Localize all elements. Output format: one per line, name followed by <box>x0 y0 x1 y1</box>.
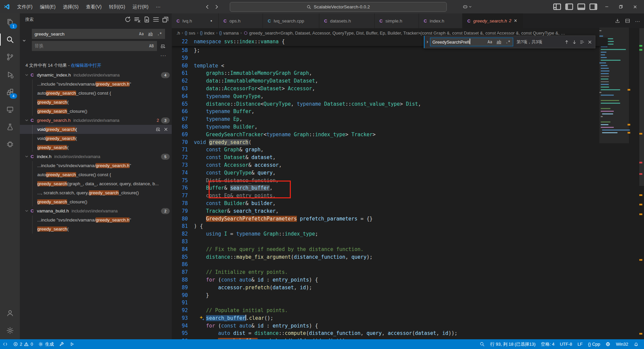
tab-index-h[interactable]: Cindex.h <box>419 13 463 28</box>
activity-item-explorer[interactable]: 1 <box>0 13 20 31</box>
code-line[interactable]: 63 data::AccessorFor<Dataset> Accessor, <box>172 85 644 93</box>
toggle-primary-sidebar-icon[interactable] <box>564 2 574 12</box>
clear-search-results-icon[interactable] <box>133 16 141 23</box>
dismiss-match-icon[interactable] <box>163 127 168 132</box>
file-result-row[interactable]: Cgreedy_search.hinclude\svs\index\vamana… <box>20 116 172 125</box>
status-cmake-build[interactable]: 生成 <box>36 339 56 349</box>
match-row[interactable]: ..., scratch.scratch, query, greedy_sear… <box>20 188 172 197</box>
tab-greedy_search-h[interactable]: Cgreedy_search.h2× <box>463 13 523 28</box>
code-line[interactable]: 76 Buffer& search_buffer, <box>172 184 644 192</box>
minimap[interactable] <box>599 30 629 339</box>
code-line[interactable]: 85 distance::maybe_fix_argument(distance… <box>172 253 644 261</box>
code-line[interactable]: 89 accessor.prefetch(dataset, id); <box>172 284 644 292</box>
minimize-button[interactable] <box>601 0 612 13</box>
refresh-icon[interactable] <box>124 16 131 23</box>
status-cpp-configuration[interactable]: Win32 <box>613 339 631 349</box>
status-remote-indicator[interactable] <box>0 339 10 349</box>
replace-match-icon[interactable] <box>156 127 161 132</box>
navigate-back-icon[interactable] <box>205 4 210 10</box>
match-row[interactable]: void greedy_search( <box>20 125 172 134</box>
menu-s[interactable]: 选择(S) <box>59 2 83 11</box>
preserve-case-toggle[interactable]: AB <box>147 43 156 50</box>
code-line[interactable]: 77 const Ep& entry_points, <box>172 192 644 200</box>
status-problems[interactable]: 20 <box>10 339 36 349</box>
menu-v[interactable]: 查看(V) <box>82 2 105 11</box>
file-result-row[interactable]: Cdynamic_index.hinclude\svs\index\vamana… <box>20 70 172 80</box>
code-line[interactable]: 67 typename Ep, <box>172 115 644 123</box>
find-input[interactable]: GreedySearchPrefi Aaab.* <box>430 38 513 46</box>
match-row[interactable]: auto greedy_search_closure() const { <box>20 170 172 179</box>
code-editor[interactable]: 22namespace svs::index::vamana { 58};596… <box>172 38 644 339</box>
chevron-down-icon[interactable] <box>24 209 29 213</box>
breadcrumb-item[interactable]: index <box>204 31 214 36</box>
file-result-row[interactable]: Cvamana_build.hinclude\svs\index\vamana2 <box>20 206 172 215</box>
match-row[interactable]: greedy_search( <box>20 98 172 107</box>
breadcrumb-item[interactable]: greedy_search<Graph, Dataset, Accessor, … <box>249 31 565 36</box>
code-line[interactable]: 93 search_buffer.clear(); <box>172 314 644 322</box>
find-widget-expand-icon[interactable] <box>424 36 430 48</box>
tab-lvq-h[interactable]: Clvq.h● <box>172 13 219 28</box>
status-cpp-extension[interactable] <box>603 339 613 349</box>
menu-g[interactable]: 转到(G) <box>105 2 129 11</box>
view-as-list-icon[interactable] <box>152 16 160 23</box>
chevron-down-icon[interactable] <box>24 154 29 159</box>
activity-item-remote-explorer[interactable] <box>0 101 20 118</box>
activity-item-manage[interactable] <box>0 322 20 339</box>
code-line[interactable]: 60template < <box>172 62 644 70</box>
status-cmake-kit[interactable] <box>56 339 67 349</box>
split-editor-icon[interactable] <box>625 18 630 23</box>
command-center-search[interactable]: ScalableVectorSearch-0.0.2 <box>230 2 447 12</box>
menu-[interactable]: ··· <box>152 2 164 11</box>
code-line[interactable]: 64 typename QueryType, <box>172 93 644 100</box>
code-line[interactable]: 82 using I = typename Graph::index_type; <box>172 230 644 238</box>
code-line[interactable]: 70void greedy_search( <box>172 139 644 146</box>
find-match-case-toggle[interactable]: Aa <box>486 39 494 46</box>
activity-item-ai-tools[interactable] <box>0 136 20 153</box>
code-line[interactable]: 69 GreedySearchTracker<typename Graph::i… <box>172 131 644 139</box>
breadcrumb-item[interactable]: vamana <box>223 31 238 36</box>
tab-simple-h[interactable]: Csimple.h <box>375 13 419 28</box>
code-line[interactable]: 86 <box>172 261 644 268</box>
menu-f[interactable]: 文件(F) <box>13 2 36 11</box>
code-line[interactable]: 71 const Graph& graph, <box>172 146 644 154</box>
status-eol[interactable]: LF <box>575 339 585 349</box>
copilot-sparkle-icon[interactable] <box>199 315 205 321</box>
toggle-replace-chevron-icon[interactable] <box>22 38 26 43</box>
code-line[interactable]: 79 Tracker& search_tracker, <box>172 207 644 215</box>
more-actions-icon[interactable]: ··· <box>635 18 640 24</box>
status-indentation[interactable]: 空格: 4 <box>538 339 557 349</box>
close-window-button[interactable] <box>629 0 641 13</box>
expand-all-icon[interactable] <box>162 16 169 23</box>
match-row[interactable]: ...include "svs/index/vamana/greedy_sear… <box>20 80 172 89</box>
status-language-mode[interactable]: {} Cpp <box>585 339 603 349</box>
code-line[interactable]: 94 for (const auto& id : entry_points) { <box>172 322 644 330</box>
code-line[interactable]: 91 <box>172 299 644 307</box>
match-row[interactable]: greedy_search(graph_, data_, accessor, q… <box>20 179 172 188</box>
code-line[interactable]: 65 distance::Distance<QueryType, typenam… <box>172 100 644 108</box>
tab-lvq_search-cpp[interactable]: Clvq_search.cpp <box>263 13 319 28</box>
activity-item-testing[interactable] <box>0 118 20 136</box>
find-regex-toggle[interactable]: .* <box>504 39 512 46</box>
code-line[interactable]: 73 const Accessor& accessor, <box>172 161 644 169</box>
code-line[interactable]: 83 <box>172 238 644 246</box>
code-line[interactable]: 80 GreedySearchPrefetchParameters prefet… <box>172 215 644 223</box>
file-result-row[interactable]: Cindex.hinclude\svs\index\vamana5 <box>20 152 172 161</box>
match-row[interactable]: ...include "svs/index/vamana/greedy_sear… <box>20 215 172 225</box>
status-cursor-position[interactable]: 行 93, 列 18 (已选择13) <box>487 339 538 349</box>
match-row[interactable]: void greedy_search( <box>20 134 172 143</box>
code-line[interactable]: 90 } <box>172 292 644 299</box>
match-row[interactable]: greedy_search( <box>20 225 172 234</box>
code-line[interactable]: 66 typename Buffer, <box>172 108 644 115</box>
code-line[interactable]: 81) { <box>172 222 644 230</box>
open-in-editor-link[interactable]: 在编辑器中打开 <box>71 63 101 68</box>
code-line[interactable]: 84 // Fix the query if needed by the dis… <box>172 246 644 253</box>
chevron-down-icon[interactable] <box>24 73 29 77</box>
previous-match-icon[interactable] <box>564 40 569 45</box>
code-line[interactable]: 62 data::ImmutableMemoryDataset Dataset, <box>172 77 644 85</box>
toggle-secondary-sidebar-icon[interactable] <box>588 2 598 12</box>
match-row[interactable]: greedy_search( <box>20 143 172 152</box>
code-line[interactable]: 88 for (const auto& id : entry_points) { <box>172 276 644 284</box>
search-input[interactable]: greedy_search Aaab.* <box>32 29 165 39</box>
activity-item-extensions[interactable]: 4 <box>0 83 20 101</box>
menu-e[interactable]: 编辑(E) <box>36 2 59 11</box>
